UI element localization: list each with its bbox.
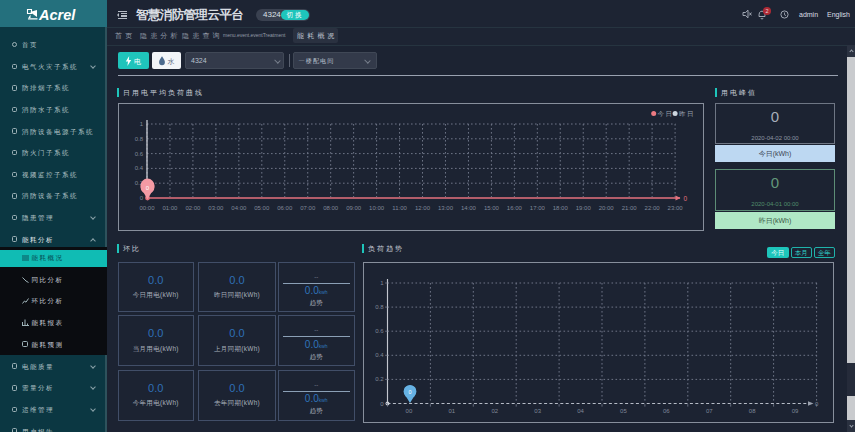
svg-text:07:00: 07:00	[300, 205, 316, 211]
svg-text:0.4: 0.4	[375, 352, 384, 358]
svg-text:Acrel: Acrel	[38, 6, 76, 22]
svg-text:0: 0	[140, 195, 144, 201]
svg-text:12:00: 12:00	[415, 205, 431, 211]
svg-text:00:00: 00:00	[139, 205, 155, 211]
svg-text:00: 00	[406, 408, 413, 414]
svg-text:今日: 今日	[658, 110, 674, 117]
svg-text:03: 03	[534, 408, 541, 414]
svg-text:16:00: 16:00	[507, 205, 523, 211]
svg-text:19:00: 19:00	[576, 205, 592, 211]
svg-text:23:00: 23:00	[668, 205, 684, 211]
svg-text:01:00: 01:00	[162, 205, 178, 211]
svg-text:14:00: 14:00	[461, 205, 477, 211]
svg-text:04: 04	[577, 408, 584, 414]
svg-text:0: 0	[380, 401, 384, 407]
svg-text:09: 09	[792, 408, 799, 414]
svg-text:0.2: 0.2	[375, 376, 384, 382]
svg-text:昨日: 昨日	[679, 110, 695, 117]
svg-text:0.6: 0.6	[135, 151, 144, 157]
svg-text:0.6: 0.6	[375, 328, 384, 334]
svg-text:04:00: 04:00	[231, 205, 247, 211]
svg-text:20:00: 20:00	[599, 205, 615, 211]
svg-text:05: 05	[620, 408, 627, 414]
svg-text:08: 08	[749, 408, 756, 414]
svg-text:0.8: 0.8	[135, 136, 144, 142]
svg-text:11:00: 11:00	[392, 205, 407, 211]
svg-text:01: 01	[449, 408, 456, 414]
svg-text:22:00: 22:00	[645, 205, 661, 211]
svg-text:0: 0	[684, 195, 688, 202]
svg-text:03:00: 03:00	[208, 205, 224, 211]
svg-text:1: 1	[140, 121, 144, 127]
svg-text:21:00: 21:00	[622, 205, 638, 211]
svg-text:0.4: 0.4	[135, 165, 144, 171]
svg-text:15:00: 15:00	[484, 205, 500, 211]
svg-text:02: 02	[491, 408, 498, 414]
svg-text:07: 07	[706, 408, 713, 414]
svg-text:05:00: 05:00	[254, 205, 270, 211]
svg-text:08:00: 08:00	[323, 205, 339, 211]
svg-text:02:00: 02:00	[185, 205, 201, 211]
svg-text:06: 06	[663, 408, 670, 414]
svg-text:06:00: 06:00	[277, 205, 293, 211]
svg-text:0.8: 0.8	[375, 304, 384, 310]
svg-text:10:00: 10:00	[369, 205, 385, 211]
svg-text:09:00: 09:00	[346, 205, 362, 211]
svg-text:18:00: 18:00	[553, 205, 569, 211]
svg-text:13:00: 13:00	[438, 205, 454, 211]
svg-text:1: 1	[380, 280, 384, 286]
svg-text:17:00: 17:00	[530, 205, 546, 211]
svg-text:0: 0	[408, 389, 411, 395]
svg-text:0: 0	[815, 401, 819, 407]
